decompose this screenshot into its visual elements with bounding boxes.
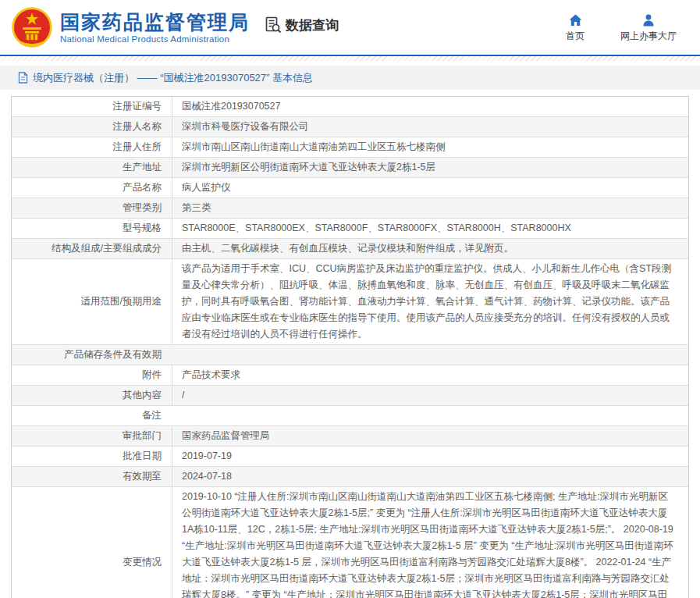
hatch-strip: [0, 56, 700, 61]
row-value: [172, 345, 688, 365]
row-value: 国家药品监督管理局: [172, 426, 688, 446]
table-row: 型号规格STAR8000E、STAR8000EX、STAR8000F、STAR8…: [12, 219, 688, 239]
site-header: 国家药品监督管理局 National Medical Products Admi…: [0, 0, 700, 55]
table-row: 注册证编号国械注准20193070527: [12, 97, 688, 117]
row-value: 深圳市南山区南山街道南山大道南油第四工业区五栋七楼南侧: [172, 137, 688, 157]
row-label: 产品名称: [12, 178, 172, 198]
data-query-section-title: 数据查询: [264, 16, 339, 34]
row-value: 2024-07-18: [172, 467, 688, 486]
row-label: 结构及组成/主要组成成分: [12, 239, 172, 258]
nmpa-logo: 国家药品监督管理局 National Medical Products Admi…: [11, 6, 250, 48]
table-row: 产品名称病人监护仪: [12, 178, 688, 198]
row-value: 由主机、二氧化碳模块、有创血压模块、记录仪模块和附件组成，详见附页。: [172, 239, 688, 258]
row-value-text: 2019-07-19: [182, 448, 232, 465]
row-label: 型号规格: [12, 219, 172, 238]
row-value-text: 深圳市光明新区公明街道南环大道飞亚达钟表大厦2栋1-5层: [182, 159, 435, 176]
row-label: 注册人名称: [12, 117, 172, 137]
table-row: 结构及组成/主要组成成分由主机、二氧化碳模块、有创血压模块、记录仪模块和附件组成…: [12, 239, 688, 259]
table-row: 备注: [12, 406, 688, 426]
row-label: 备注: [12, 406, 172, 425]
row-label: 变更情况: [12, 487, 172, 598]
person-icon: [641, 13, 656, 27]
row-label: 管理类别: [12, 198, 172, 218]
nav-label-online-hall: 网上办事大厅: [620, 30, 677, 43]
row-label: 注册证编号: [12, 97, 172, 116]
row-value-text: 第三类: [182, 200, 211, 216]
row-label: 生产地址: [12, 158, 172, 177]
table-row: 其他内容/: [12, 386, 688, 406]
table-row: 批准日期2019-07-19: [12, 447, 688, 467]
row-value-text: 国械注准20193070527: [182, 98, 280, 115]
row-value-text: STAR8000E、STAR8000EX、STAR8000F、STAR8000F…: [182, 220, 571, 237]
row-value: 该产品为适用于手术室、ICU、CCU病房监护及床边监护的重症监护仪。供成人、小儿…: [172, 259, 688, 344]
breadcrumb: 境内医疗器械（注册） —— “国械注准20193070527” 基本信息: [0, 66, 700, 90]
row-label: 审批部门: [12, 426, 172, 446]
row-value-text: 深圳市南山区南山街道南山大道南油第四工业区五栋七楼南侧: [182, 139, 446, 155]
row-value: /: [172, 386, 688, 405]
table-row: 注册人名称深圳市科曼医疗设备有限公司: [12, 117, 688, 137]
row-label: 批准日期: [12, 447, 172, 466]
row-value-text: 由主机、二氧化碳模块、有创血压模块、记录仪模块和附件组成，详见附页。: [182, 240, 513, 257]
nav-label-home: 首页: [566, 30, 585, 43]
org-title-en: National Medical Products Administration: [60, 34, 250, 44]
row-value: 深圳市光明新区公明街道南环大道飞亚达钟表大厦2栋1-5层: [172, 158, 688, 177]
row-value: 深圳市科曼医疗设备有限公司: [172, 117, 688, 137]
row-value: [172, 406, 688, 425]
nav-item-online-hall[interactable]: 网上办事大厅: [620, 13, 677, 43]
table-row: 有效期至2024-07-18: [12, 467, 688, 487]
row-value: 第三类: [172, 198, 688, 218]
row-label: 适用范围/预期用途: [12, 259, 172, 344]
table-row: 生产地址深圳市光明新区公明街道南环大道飞亚达钟表大厦2栋1-5层: [12, 158, 688, 178]
org-title-cn: 国家药品监督管理局: [60, 11, 250, 33]
row-value: 2019-07-19: [172, 447, 688, 466]
nav-item-home[interactable]: 首页: [566, 13, 585, 43]
table-row: 变更情况2019-10-10 “注册人住所:深圳市南山区南山街道南山大道南油第四…: [12, 487, 688, 598]
top-nav: 首页 网上办事大厅: [566, 13, 688, 43]
row-label: 有效期至: [12, 467, 172, 486]
national-emblem-icon: [11, 6, 53, 48]
table-row: 产品储存条件及有效期: [12, 345, 688, 365]
row-value-text: 国家药品监督管理局: [182, 428, 270, 444]
row-value-text: /: [182, 387, 184, 404]
table-row: 审批部门国家药品监督管理局: [12, 426, 688, 447]
table-row: 注册人住所深圳市南山区南山街道南山大道南油第四工业区五栋七楼南侧: [12, 137, 688, 158]
row-label: 附件: [12, 365, 172, 385]
row-label: 产品储存条件及有效期: [12, 345, 172, 365]
row-label: 其他内容: [12, 386, 172, 405]
row-value-text: 2024-07-18: [182, 468, 232, 485]
page-title: 境内医疗器械（注册） —— “国械注准20193070527” 基本信息: [33, 71, 313, 85]
document-icon: [18, 72, 28, 84]
row-value: 病人监护仪: [172, 178, 688, 198]
org-names: 国家药品监督管理局 National Medical Products Admi…: [60, 11, 250, 44]
row-label: 注册人住所: [12, 137, 172, 157]
row-value: 国械注准20193070527: [172, 97, 688, 116]
row-value: 2019-10-10 “注册人住所:深圳市南山区南山街道南山大道南油第四工业区五…: [172, 487, 688, 598]
row-value-text: 病人监护仪: [182, 180, 231, 196]
row-value-text: 2019-10-10 “注册人住所:深圳市南山区南山街道南山大道南油第四工业区五…: [182, 489, 676, 598]
data-query-label: 数据查询: [286, 16, 339, 34]
info-table: 注册证编号国械注准20193070527注册人名称深圳市科曼医疗设备有限公司注册…: [11, 96, 689, 598]
row-value-text: 深圳市科曼医疗设备有限公司: [182, 119, 309, 135]
row-value: STAR8000E、STAR8000EX、STAR8000F、STAR8000F…: [172, 219, 688, 238]
row-value-text: 产品技术要求: [182, 367, 240, 383]
row-value: 产品技术要求: [172, 365, 688, 385]
table-row: 附件产品技术要求: [12, 365, 688, 386]
table-row: 管理类别第三类: [12, 198, 688, 219]
doc-search-icon: [264, 16, 282, 34]
row-value-text: 该产品为适用于手术室、ICU、CCU病房监护及床边监护的重症监护仪。供成人、小儿…: [182, 261, 676, 343]
home-icon: [568, 13, 583, 27]
table-row: 适用范围/预期用途该产品为适用于手术室、ICU、CCU病房监护及床边监护的重症监…: [12, 259, 688, 345]
